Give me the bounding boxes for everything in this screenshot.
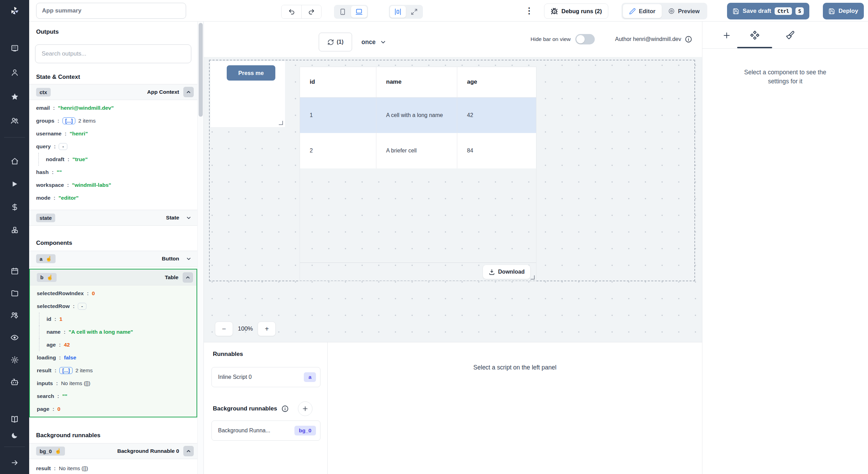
more-menu-button[interactable]: ⋮ [523,4,535,17]
b-row-id[interactable]: id:1 [30,313,197,325]
theme-brush-tab[interactable] [783,28,797,42]
b-row-result[interactable]: result:[...]2 items [30,364,197,377]
ctx-row-workspace[interactable]: workspace:"windmill-labs" [29,178,197,191]
resources-boxes-icon[interactable] [0,222,29,238]
bug-icon [551,8,558,15]
app-summary-input[interactable] [36,3,186,19]
home-icon[interactable] [0,153,29,169]
windmill-logo[interactable] [0,0,29,22]
ctx-row-groups[interactable]: groups:[...]2 items [29,114,197,127]
redo-button[interactable] [301,5,321,18]
author-label: Author henri@windmill.dev [615,36,681,42]
dark-mode-moon-icon[interactable] [0,428,29,443]
ctx-row-hash[interactable]: hash:"" [29,166,197,178]
audit-eye-icon[interactable] [0,330,29,345]
info-icon[interactable] [685,35,692,43]
b-row-age[interactable]: age:42 [30,338,197,351]
ctx-row-nodraft[interactable]: nodraft:"true" [29,153,197,166]
workers-icon[interactable] [0,308,29,323]
table-header-id[interactable]: id [300,67,376,97]
zoom-out-button[interactable]: − [215,322,233,336]
background-runnable-item[interactable]: Background Runna... bg_0 [211,421,320,441]
table-header-name[interactable]: name [376,67,457,97]
b-row-name[interactable]: name:"A cell with a long name" [30,325,197,338]
folders-icon[interactable] [0,285,29,301]
component-a-expand-button[interactable] [183,253,194,264]
component-b-collapse-button[interactable] [183,272,193,283]
outputs-scrollbar[interactable] [197,22,203,474]
runs-play-icon[interactable] [0,176,29,192]
sidebar-divider [4,137,25,138]
table-row[interactable]: 2 A briefer cell 84 [300,133,536,168]
b-row-selectedRow[interactable]: selectedRow:- [30,300,197,313]
search-outputs-input[interactable] [35,44,191,63]
empty-object-chip[interactable]: - [78,303,86,310]
refresh-button[interactable]: (1) [319,33,352,51]
button-component-cell[interactable]: Press me [210,61,285,127]
save-draft-button[interactable]: Save draft Ctrl S [727,3,809,19]
fullscreen-button[interactable] [407,6,422,18]
ctx-row-email[interactable]: email:"henri@windmill.dev" [29,101,197,114]
table-component[interactable]: id name age 1 A cell with a long name 42… [300,67,536,281]
center-content-button[interactable] [390,6,406,18]
resize-handle[interactable] [531,275,535,280]
ctx-row-mode[interactable]: mode:"editor" [29,191,197,204]
b-row-page[interactable]: page:0 [30,402,197,415]
bg0-row-result[interactable]: result:No items ([]) [29,462,197,474]
table-cell: 42 [457,98,536,133]
docs-book-icon[interactable] [0,412,29,427]
component-a-header[interactable]: a☝ Button [29,251,197,267]
empty-object-chip[interactable]: - [59,143,67,150]
kv-suffix: 2 items [75,367,93,374]
favorites-star-icon[interactable] [0,89,29,104]
b-row-search[interactable]: search:"" [30,390,197,402]
ctx-section-header[interactable]: ctx App Context [29,84,197,100]
apps-icon[interactable] [0,40,29,56]
expand-array-chip[interactable]: [...] [62,117,76,124]
b-row-selectedRowIndex[interactable]: selectedRowIndex:0 [30,287,197,300]
table-header-age[interactable]: age [457,67,536,97]
debug-runs-button[interactable]: Debug runs (2) [544,3,608,19]
table-row[interactable]: 1 A cell with a long name 42 [300,98,536,133]
info-icon[interactable] [281,405,289,413]
press-me-button[interactable]: Press me [227,65,275,81]
bg0-section-header[interactable]: bg_0☝ Background Runnable 0 [29,443,197,459]
deploy-button[interactable]: Deploy [823,3,864,19]
chevron-down-icon [186,256,192,262]
zoom-in-button[interactable]: + [258,322,276,336]
variables-dollar-icon[interactable] [0,199,29,215]
b-row-inputs[interactable]: inputs:No items ([]) [30,377,197,390]
b-row-loading[interactable]: loading:false [30,351,197,364]
settings-gear-icon[interactable] [0,352,29,367]
component-settings-tab[interactable] [748,28,762,42]
resize-handle[interactable] [279,121,283,125]
add-component-tab[interactable] [720,28,734,42]
groups-icon[interactable] [0,113,29,128]
mobile-view-button[interactable] [335,6,350,18]
undo-button[interactable] [282,5,301,18]
app-canvas[interactable]: Press me id name age 1 A cell with a lon… [204,57,702,342]
state-expand-button[interactable] [183,213,194,223]
background-runnables-header: Background runnables [213,401,312,416]
ai-bot-icon[interactable] [0,374,29,390]
scrollbar-thumb[interactable] [199,23,203,117]
ctx-row-query[interactable]: query:- [29,140,197,153]
download-button[interactable]: Download [483,265,531,279]
schedules-calendar-icon[interactable] [0,263,29,278]
hide-bar-toggle[interactable] [575,34,595,44]
expand-sidebar-arrow-icon[interactable] [0,455,29,470]
preview-tab[interactable]: Preview [662,4,706,18]
ctx-collapse-button[interactable] [183,87,194,97]
component-b-header[interactable]: b☝ Table [30,269,197,285]
user-icon[interactable] [0,65,29,80]
inline-script-item[interactable]: Inline Script 0 a [211,367,320,387]
expand-array-chip[interactable]: [...] [59,367,73,374]
state-section-header[interactable]: state State [29,210,197,226]
bg0-collapse-button[interactable] [183,446,194,456]
desktop-view-button[interactable] [351,6,367,18]
editor-tab[interactable]: Editor [623,4,662,18]
refresh-mode-dropdown[interactable]: once [361,33,386,51]
add-background-runnable-button[interactable] [298,401,312,416]
ctx-row-username[interactable]: username:"henri" [29,127,197,140]
app-grid-container[interactable]: Press me id name age 1 A cell with a lon… [209,60,695,281]
